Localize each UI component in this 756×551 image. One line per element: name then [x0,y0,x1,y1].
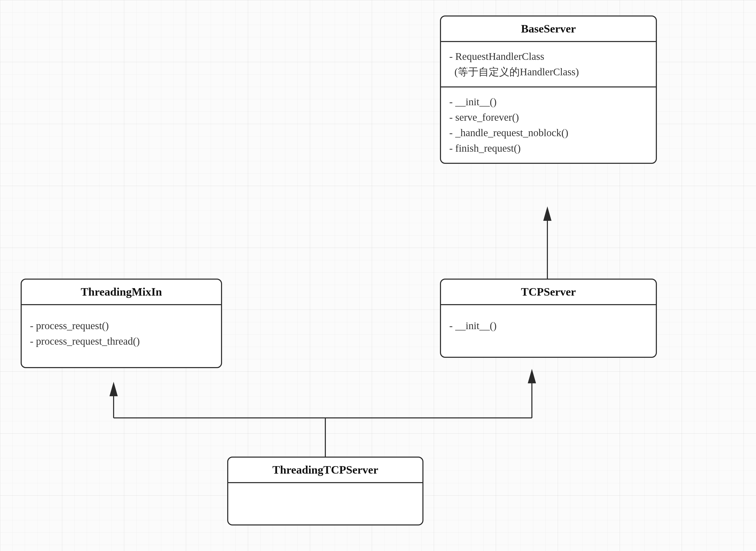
class-title: TCPServer [441,280,656,305]
class-title: ThreadingMixIn [22,280,221,305]
class-method: - __init__() [449,94,648,110]
class-method: - serve_forever() [449,110,648,125]
class-method: - process_request_thread() [30,334,213,349]
class-methods: - __init__() [441,305,656,357]
class-title: ThreadingTCPServer [228,458,423,483]
class-threadingmixin: ThreadingMixIn - process_request() - pro… [21,279,222,368]
class-attributes: - RequestHandlerClass (等于自定义的HandlerClas… [441,42,656,87]
class-baseserver: BaseServer - RequestHandlerClass (等于自定义的… [440,15,657,164]
class-tcpserver: TCPServer - __init__() [440,279,657,358]
class-method: - _handle_request_noblock() [449,125,648,141]
class-method: - finish_request() [449,141,648,156]
class-method: - __init__() [449,318,648,334]
diagram-canvas: BaseServer - RequestHandlerClass (等于自定义的… [0,0,756,551]
class-title: BaseServer [441,16,656,42]
class-attribute: (等于自定义的HandlerClass) [449,64,648,80]
class-methods: - __init__() - serve_forever() - _handle… [441,87,656,163]
class-methods: - process_request() - process_request_th… [22,305,221,367]
class-attribute: - RequestHandlerClass [449,49,648,64]
class-method: - process_request() [30,318,213,334]
class-threadingtcpserver: ThreadingTCPServer [227,457,424,525]
class-body-empty [228,483,423,524]
